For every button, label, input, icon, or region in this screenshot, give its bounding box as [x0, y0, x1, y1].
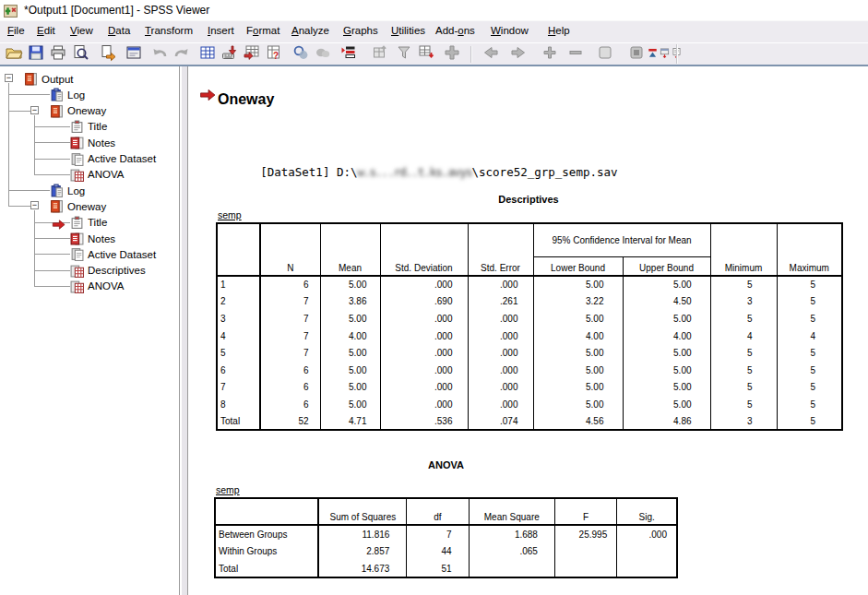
- insert-title-button[interactable]: [658, 44, 671, 65]
- plus-icon: [541, 43, 559, 65]
- log-icon: [50, 184, 64, 197]
- pane-splitter[interactable]: [181, 66, 188, 595]
- menu-add-ons[interactable]: Add-ons: [435, 25, 475, 36]
- menu-edit[interactable]: Edit: [37, 25, 55, 36]
- print-preview-button[interactable]: [69, 44, 90, 65]
- goto-data-button[interactable]: [196, 44, 218, 65]
- anova-col-header: F: [554, 498, 616, 525]
- descriptives-cell: 5: [710, 379, 777, 397]
- descriptives-col-header: Maximum: [777, 223, 842, 276]
- log-icon: [50, 88, 64, 101]
- menu-format[interactable]: Format: [246, 25, 279, 36]
- find-button[interactable]: [290, 44, 311, 65]
- descriptives-cell: 3: [710, 413, 777, 431]
- outline-item-anova[interactable]: ANOVA: [70, 279, 124, 294]
- descriptives-cell: 5.00: [533, 344, 623, 362]
- outline-item-oneway[interactable]: Oneway: [50, 198, 106, 214]
- anova-row-label: Within Groups: [215, 542, 318, 560]
- descriptives-row-label: 5: [217, 344, 260, 362]
- outline-item-log[interactable]: Log: [50, 87, 85, 102]
- tree-connector: [8, 111, 30, 112]
- select-last-output-button[interactable]: [338, 44, 359, 65]
- descriptives-cell: 5.00: [623, 362, 710, 379]
- menu-transform[interactable]: Transform: [145, 25, 193, 36]
- descriptives-cell: 4.00: [320, 327, 380, 345]
- menu-analyze[interactable]: Analyze: [291, 25, 329, 36]
- box-filled-icon: [627, 43, 646, 65]
- viewer-body: Output−LogOneway−TitleNotesActive Datase…: [0, 66, 868, 595]
- menu-file[interactable]: File: [7, 25, 25, 36]
- outline-item-title[interactable]: Title: [70, 119, 107, 135]
- toolbar: ?: [0, 42, 868, 66]
- outline-item-notes[interactable]: Notes: [70, 135, 115, 150]
- arrow-left-icon: [482, 43, 500, 65]
- title-bar: *Output1 [Document1] - SPSS Viewer: [0, 0, 868, 20]
- tree-expander-minus[interactable]: −: [30, 106, 39, 114]
- descriptives-cell: .000: [380, 310, 468, 327]
- goto-output-item-button[interactable]: [415, 44, 436, 65]
- tree-connector: [34, 142, 70, 143]
- outline-item-active-dataset[interactable]: Active Dataset: [70, 246, 156, 262]
- recall-dialog-button[interactable]: [123, 44, 144, 65]
- export-output-button[interactable]: [97, 44, 118, 65]
- outline-item-log[interactable]: Log: [50, 183, 85, 198]
- use-sets-icon: [314, 43, 332, 65]
- table-icon: [70, 280, 84, 293]
- menu-window[interactable]: Window: [491, 25, 529, 36]
- dataset-log-redacted: w.s...rd..t.ks.avys: [358, 165, 472, 179]
- variable-info-button[interactable]: ?: [263, 44, 284, 65]
- variables-icon: [243, 43, 261, 65]
- outline-item-anova[interactable]: ANOVA: [70, 167, 124, 183]
- descriptives-cell: 5: [777, 344, 842, 362]
- descriptives-cell: 5.00: [320, 344, 380, 362]
- anova-cell: [554, 542, 616, 560]
- descriptives-cell: 5: [777, 362, 842, 379]
- outline-item-notes[interactable]: Notes: [70, 231, 115, 246]
- expand-outline-button: [539, 44, 560, 65]
- descriptives-row: 273.86.690.2613.224.5035: [217, 293, 842, 311]
- tree-connector: [34, 270, 70, 271]
- menu-data[interactable]: Data: [108, 25, 130, 36]
- outline-item-label: ANOVA: [88, 280, 124, 292]
- outline-pane[interactable]: Output−LogOneway−TitleNotesActive Datase…: [0, 66, 180, 595]
- filter-results-button: [393, 44, 414, 65]
- anova-cell: 1.688: [469, 525, 554, 542]
- goto-case-button[interactable]: [219, 44, 240, 65]
- descriptives-cell: .000: [468, 310, 533, 327]
- output-pane[interactable]: Oneway [DataSet1] D:\w.s...rd..t.ks.avys…: [189, 66, 868, 595]
- print-button[interactable]: [47, 44, 68, 65]
- descriptives-cell: .000: [468, 276, 533, 293]
- outline-item-active-dataset[interactable]: Active Dataset: [70, 151, 156, 167]
- open-output-button[interactable]: [3, 44, 24, 65]
- descriptives-col-header: Minimum: [710, 223, 777, 276]
- anova-row: Between Groups11.81671.68825.995.000: [215, 525, 677, 542]
- tree-expander-minus[interactable]: −: [30, 201, 39, 209]
- outline-item-descriptives[interactable]: Descriptives: [70, 263, 146, 279]
- descriptives-cell: 5: [777, 293, 842, 311]
- tree-expander-minus[interactable]: −: [5, 74, 13, 82]
- save-output-button[interactable]: [25, 44, 46, 65]
- descriptives-corner-cell: [217, 223, 260, 276]
- insert-heading-button[interactable]: [646, 44, 659, 65]
- variables-button[interactable]: [241, 44, 262, 65]
- show-results-button: [369, 44, 390, 65]
- collapse-outline-button: [565, 44, 586, 65]
- menu-insert[interactable]: Insert: [208, 25, 234, 36]
- menu-graphs[interactable]: Graphs: [343, 25, 378, 36]
- descriptives-row: Total524.71.536.0744.564.8635: [217, 413, 842, 431]
- menu-utilities[interactable]: Utilities: [391, 25, 425, 36]
- anova-cell: [617, 542, 677, 560]
- menu-view[interactable]: View: [70, 25, 93, 36]
- outline-item-title[interactable]: Title: [70, 215, 107, 231]
- descriptives-cell: .000: [468, 362, 533, 379]
- descriptives-cell: .000: [380, 362, 468, 379]
- outline-item-output[interactable]: Output: [24, 71, 74, 87]
- descriptives-row-label: 1: [217, 276, 260, 293]
- descriptives-col-header: Upper Bound: [623, 256, 710, 276]
- outline-item-oneway[interactable]: Oneway: [50, 103, 106, 119]
- anova-cell: 44: [407, 542, 469, 560]
- menu-help[interactable]: Help: [548, 25, 570, 36]
- descriptives-cell: .690: [380, 293, 468, 311]
- anova-block: ANOVA semp Sum of SquaresdfMean SquareFS…: [214, 459, 678, 470]
- descriptives-cell: 4.56: [533, 413, 623, 431]
